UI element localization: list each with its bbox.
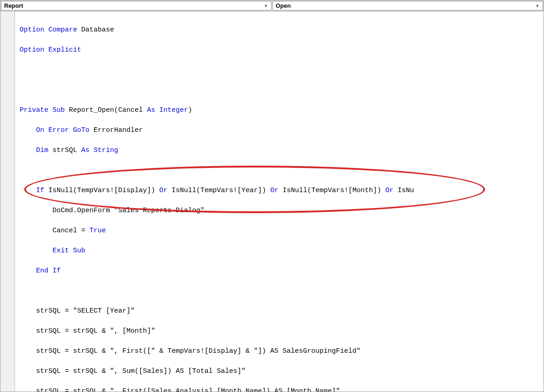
code-token: Dim	[20, 146, 48, 154]
code-token: Or	[270, 187, 278, 194]
code-token: IsNu	[393, 187, 414, 194]
procedure-selector-value: Open	[276, 2, 534, 9]
editor-body: Option Compare Database Option Explicit …	[0, 11, 544, 392]
chevron-down-icon: ▾	[262, 3, 269, 8]
code-token: IsNull(TempVars![Display])	[44, 187, 159, 194]
code-token: End If	[20, 267, 61, 275]
code-token: strSQL = "SELECT [Year]"	[20, 307, 135, 315]
object-selector-dropdown[interactable]: Report ▾	[1, 1, 272, 10]
code-token: Private Sub	[20, 106, 65, 114]
code-token: As String	[81, 146, 118, 154]
code-token: strSQL	[48, 146, 81, 154]
code-token: strSQL = strSQL & ", First([" & TempVars…	[20, 347, 361, 355]
code-token: If	[20, 187, 44, 194]
code-token: IsNull(TempVars![Year])	[167, 187, 270, 194]
code-token: Database	[77, 26, 114, 34]
code-token: DoCmd.OpenForm "Sales Reports Dialog"	[20, 207, 204, 214]
code-token: strSQL = strSQL & ", Sum([Sales]) AS [To…	[20, 367, 246, 375]
toolbar: Report ▾ Open ▾	[0, 0, 544, 11]
code-token: )	[188, 106, 192, 114]
code-token: strSQL = strSQL & ", [Month]"	[20, 327, 155, 335]
code-token: strSQL = strSQL & ", First([Sales Analys…	[20, 387, 340, 392]
code-token: ErrorHandler	[89, 126, 143, 134]
code-token: True	[89, 227, 106, 235]
code-token: Or	[159, 187, 167, 194]
code-token: Option Explicit	[20, 46, 81, 54]
code-token: On Error GoTo	[20, 126, 89, 134]
code-token: As Integer	[147, 106, 188, 114]
object-selector-value: Report	[4, 2, 262, 9]
code-token: Cancel =	[20, 227, 89, 235]
chevron-down-icon: ▾	[534, 3, 541, 8]
code-token: IsNull(TempVars![Month])	[278, 187, 385, 194]
vba-editor-window: Report ▾ Open ▾ Option Compare Database …	[0, 0, 544, 392]
procedure-selector-dropdown[interactable]: Open ▾	[272, 1, 543, 10]
margin-gutter[interactable]	[0, 11, 15, 392]
code-token: Option Compare	[20, 26, 77, 34]
code-token: Exit Sub	[20, 247, 85, 255]
code-token: Report_Open(Cancel	[65, 106, 147, 114]
code-token: Or	[385, 187, 393, 194]
code-editor[interactable]: Option Compare Database Option Explicit …	[15, 11, 544, 392]
